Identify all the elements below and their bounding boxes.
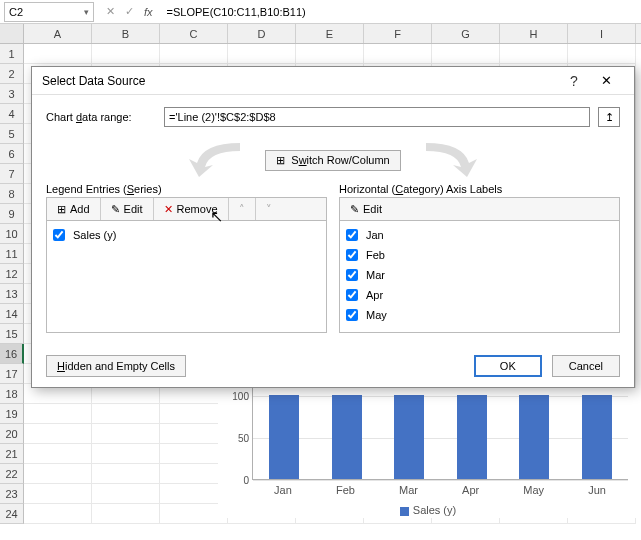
series-checkbox[interactable] (53, 229, 65, 241)
cell[interactable] (24, 404, 92, 424)
col-header[interactable]: D (228, 24, 296, 43)
col-header[interactable]: B (92, 24, 160, 43)
cell[interactable] (364, 44, 432, 64)
category-checkbox[interactable] (346, 269, 358, 281)
list-item[interactable]: Sales (y) (53, 225, 320, 245)
row-header[interactable]: 13 (0, 284, 24, 304)
row-header[interactable]: 8 (0, 184, 24, 204)
close-button[interactable]: ✕ (588, 73, 624, 88)
name-box[interactable]: C2 ▾ (4, 2, 94, 22)
dialog-titlebar[interactable]: Select Data Source ? ✕ (32, 67, 634, 95)
cell[interactable] (160, 44, 228, 64)
cancel-icon[interactable]: ✕ (106, 5, 115, 18)
col-header[interactable]: H (500, 24, 568, 43)
row-header[interactable]: 5 (0, 124, 24, 144)
chart-bar[interactable] (457, 395, 487, 479)
chart-bar[interactable] (332, 395, 362, 479)
hidden-empty-cells-button[interactable]: Hidden and Empty Cells (46, 355, 186, 377)
cancel-button[interactable]: Cancel (552, 355, 620, 377)
cell[interactable] (500, 44, 568, 64)
list-item[interactable]: Jan (346, 225, 613, 245)
cell[interactable] (568, 44, 636, 64)
ok-button[interactable]: OK (474, 355, 542, 377)
cell[interactable] (296, 44, 364, 64)
cell[interactable] (92, 504, 160, 524)
row-header[interactable]: 7 (0, 164, 24, 184)
cell[interactable] (24, 484, 92, 504)
range-select-button[interactable]: ↥ (598, 107, 620, 127)
chart-data-range-label: Chart data range: (46, 111, 156, 123)
select-all-corner[interactable] (0, 24, 24, 43)
row-header[interactable]: 1 (0, 44, 24, 64)
row-header[interactable]: 2 (0, 64, 24, 84)
cell[interactable] (92, 44, 160, 64)
row-header[interactable]: 24 (0, 504, 24, 524)
dropdown-icon[interactable]: ▾ (84, 7, 89, 17)
add-series-button[interactable]: ⊞Add (47, 198, 101, 220)
row-header[interactable]: 23 (0, 484, 24, 504)
chart-bar[interactable] (582, 395, 612, 479)
row-header[interactable]: 15 (0, 324, 24, 344)
row-header[interactable]: 16 (0, 344, 24, 364)
chart-data-range-input[interactable] (164, 107, 590, 127)
cell[interactable] (24, 444, 92, 464)
formula-input[interactable] (161, 2, 641, 22)
move-down-button[interactable]: ˅ (256, 198, 282, 220)
row-header[interactable]: 9 (0, 204, 24, 224)
cell[interactable] (92, 444, 160, 464)
axis-list[interactable]: JanFebMarAprMay (339, 221, 620, 333)
col-header[interactable]: G (432, 24, 500, 43)
category-checkbox[interactable] (346, 229, 358, 241)
list-item[interactable]: Apr (346, 285, 613, 305)
series-list[interactable]: Sales (y) (46, 221, 327, 333)
cell[interactable] (24, 44, 92, 64)
row-header[interactable]: 14 (0, 304, 24, 324)
row-header[interactable]: 6 (0, 144, 24, 164)
list-item[interactable]: May (346, 305, 613, 325)
col-header[interactable]: C (160, 24, 228, 43)
help-button[interactable]: ? (560, 73, 588, 89)
cell[interactable] (92, 464, 160, 484)
row-header[interactable]: 18 (0, 384, 24, 404)
row-header[interactable]: 3 (0, 84, 24, 104)
col-header[interactable]: I (568, 24, 636, 43)
row-header[interactable]: 21 (0, 444, 24, 464)
list-item[interactable]: Feb (346, 245, 613, 265)
cell[interactable] (92, 484, 160, 504)
row-header[interactable]: 17 (0, 364, 24, 384)
move-up-button[interactable]: ˄ (229, 198, 256, 220)
edit-series-button[interactable]: ✎Edit (101, 198, 154, 220)
row-header[interactable]: 22 (0, 464, 24, 484)
row-header[interactable]: 19 (0, 404, 24, 424)
cell[interactable] (24, 504, 92, 524)
col-header[interactable]: F (364, 24, 432, 43)
category-checkbox[interactable] (346, 249, 358, 261)
chart-bar[interactable] (394, 395, 424, 479)
cell[interactable] (24, 424, 92, 444)
accept-icon[interactable]: ✓ (125, 5, 134, 18)
series-toolbar: ⊞Add ✎Edit ✕Remove ˄ ˅ (46, 197, 327, 221)
chart[interactable]: 050100 JanFebMarAprMayJun Sales (y) (218, 388, 638, 518)
row-header[interactable]: 11 (0, 244, 24, 264)
switch-icon: ⊞ (276, 154, 285, 167)
cell[interactable] (92, 404, 160, 424)
cell[interactable] (228, 44, 296, 64)
chart-bar[interactable] (269, 395, 299, 479)
row-header[interactable]: 10 (0, 224, 24, 244)
list-item[interactable]: Mar (346, 265, 613, 285)
col-header[interactable]: E (296, 24, 364, 43)
cell[interactable] (92, 424, 160, 444)
category-checkbox[interactable] (346, 309, 358, 321)
remove-series-button[interactable]: ✕Remove (154, 198, 229, 220)
category-checkbox[interactable] (346, 289, 358, 301)
chart-bar[interactable] (519, 395, 549, 479)
col-header[interactable]: A (24, 24, 92, 43)
fx-icon[interactable]: fx (144, 6, 153, 18)
row-header[interactable]: 4 (0, 104, 24, 124)
row-header[interactable]: 20 (0, 424, 24, 444)
switch-row-column-button[interactable]: ⊞ Switch Row/Column (265, 150, 400, 171)
cell[interactable] (24, 464, 92, 484)
row-header[interactable]: 12 (0, 264, 24, 284)
edit-axis-button[interactable]: ✎Edit (340, 198, 392, 220)
cell[interactable] (432, 44, 500, 64)
